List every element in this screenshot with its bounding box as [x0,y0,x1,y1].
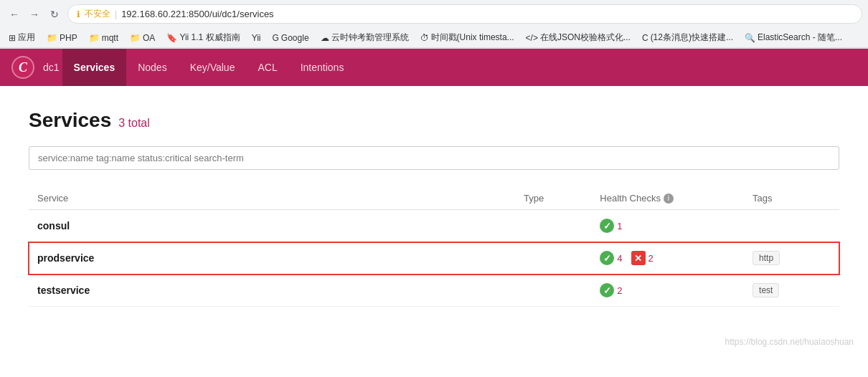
main-content: Services 3 total Service Type Health Che… [0,86,868,330]
dc-label: dc1 [43,62,60,73]
cloud-icon: ☁ [321,33,329,43]
search-input[interactable] [29,146,839,170]
service-name-consul: consul [29,210,515,242]
security-label: 不安全 [85,8,110,20]
app-logo: C [11,56,34,79]
address-bar[interactable]: ℹ 不安全 | 192.168.60.221:8500/ui/dc1/servi… [67,4,862,24]
health-pass-consul: ✓ 1 [600,219,622,233]
service-type-prodservice [515,242,591,275]
forward-button[interactable]: → [26,6,43,23]
x-circle-icon-prod: ✕ [631,251,646,265]
folder-icon-3: 📁 [130,33,141,43]
service-health-testservice: ✓ 2 [591,275,744,307]
th-type: Type [515,187,591,210]
total-count: 3 total [118,117,150,130]
table-row[interactable]: testservice ✓ 2 test [29,275,839,307]
page-title-container: Services 3 total [29,109,839,132]
bookmark-yii[interactable]: 🔖 Yii 1.1 权威指南 [164,30,242,45]
services-table: Service Type Health Checks i Tags consul [29,187,839,307]
csdn-icon: C [642,33,648,43]
back-button[interactable]: ← [6,6,23,23]
health-checks-info-icon[interactable]: i [664,194,674,204]
check-circle-icon: ✓ [600,219,614,233]
footer: https://blog.csdn.net/hualaoshuan [0,330,868,354]
bookmark-oa[interactable]: 📁 OA [127,32,158,44]
browser-toolbar: ← → ↻ ℹ 不安全 | 192.168.60.221:8500/ui/dc1… [0,0,868,28]
bookmark-yii2[interactable]: Yii [249,32,264,44]
service-name-prodservice: prodservice [29,242,515,275]
table-header: Service Type Health Checks i Tags [29,187,839,210]
service-type-testservice [515,275,591,307]
service-name-testservice: testservice [29,275,515,307]
bookmark-apps[interactable]: ⊞ 应用 [6,30,38,45]
check-circle-icon-test: ✓ [600,283,614,297]
yii-icon: 🔖 [166,33,177,43]
service-tags-consul [744,210,839,242]
nav-item-nodes[interactable]: Nodes [126,49,178,86]
bookmarks-bar: ⊞ 应用 📁 PHP 📁 mqtt 📁 OA 🔖 Yii 1.1 权威指南 Yi… [0,28,868,48]
service-health-consul: ✓ 1 [591,210,744,242]
page-title: Services [29,109,111,132]
folder-icon: 📁 [47,33,57,43]
watermark-text: https://blog.csdn.net/hualaoshuan [725,337,854,347]
google-icon: G [273,33,279,43]
nav-item-intentions[interactable]: Intentions [289,49,356,86]
th-health-checks: Health Checks i [591,187,744,210]
table-row[interactable]: consul ✓ 1 [29,210,839,242]
tag-http: http [753,251,780,265]
bookmark-mqtt[interactable]: 📁 mqtt [86,32,121,44]
nav-items: Services Nodes Key/Value ACL Intentions [62,49,356,86]
nav-item-acl[interactable]: ACL [246,49,288,86]
table-row[interactable]: prodservice ✓ 4 ✕ 2 [29,242,839,275]
bookmark-csdn[interactable]: C (12条消息)快速搭建... [639,30,736,45]
service-tags-prodservice: http [744,242,839,275]
th-tags: Tags [744,187,839,210]
tag-test: test [753,283,779,297]
health-pass-prodservice: ✓ 4 [600,251,622,265]
reload-button[interactable]: ↻ [46,6,63,23]
browser-chrome: ← → ↻ ℹ 不安全 | 192.168.60.221:8500/ui/dc1… [0,0,868,49]
health-pass-testservice: ✓ 2 [600,283,622,297]
bookmark-json[interactable]: </> 在线JSON校验格式化... [523,30,633,45]
bookmark-elastic[interactable]: 🔍 ElasticSearch - 随笔... [742,30,845,45]
nav-item-keyvalue[interactable]: Key/Value [179,49,247,86]
bookmark-timestamp[interactable]: ⏱ 时间戳(Unix timesta... [418,30,517,45]
service-tags-testservice: test [744,275,839,307]
check-circle-icon-prod: ✓ [600,251,614,265]
address-text: 192.168.60.221:8500/ui/dc1/services [121,9,274,19]
table-body: consul ✓ 1 prodservice [29,210,839,307]
bookmark-php[interactable]: 📁 PHP [44,32,80,44]
bookmark-cloud[interactable]: ☁ 云时钟考勤管理系统 [318,30,412,45]
service-type-consul [515,210,591,242]
logo-text: C [19,60,27,75]
health-fail-prodservice: ✕ 2 [631,251,654,265]
nav-buttons: ← → ↻ [6,6,63,23]
folder-icon-2: 📁 [89,33,100,43]
bookmark-google[interactable]: G Google [270,32,312,44]
app-nav: C dc1 Services Nodes Key/Value ACL Inten… [0,49,868,86]
service-health-prodservice: ✓ 4 ✕ 2 [591,242,744,275]
timestamp-icon: ⏱ [420,33,429,43]
th-service: Service [29,187,515,210]
security-icon: ℹ [77,9,80,19]
nav-item-services[interactable]: Services [62,49,127,86]
json-icon: </> [526,33,538,43]
apps-icon: ⊞ [9,33,16,43]
elastic-icon: 🔍 [745,33,755,43]
